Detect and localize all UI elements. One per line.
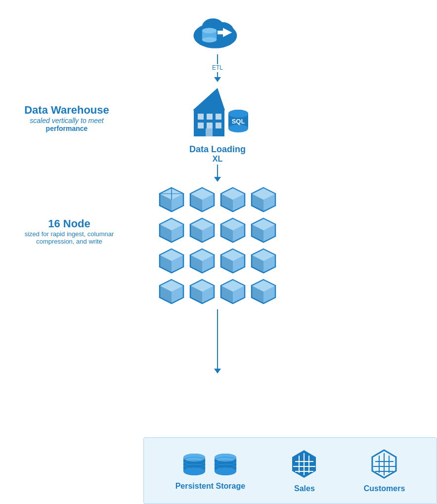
node-cube: [219, 186, 247, 213]
svg-rect-10: [218, 31, 226, 34]
svg-rect-18: [216, 123, 221, 128]
svg-rect-15: [216, 114, 221, 120]
node-line2: compression, and write: [36, 238, 102, 245]
diagram-container: Data Warehouse scaled vertically to meet…: [0, 0, 437, 504]
center-column: ETL SQL Data L: [138, 0, 297, 375]
etl-arrow-head: [214, 77, 221, 82]
sales-icon: [288, 448, 320, 480]
node-cube: [188, 186, 216, 213]
svg-point-23: [228, 110, 248, 118]
node-cube: [250, 186, 277, 213]
storage-arrow: [214, 309, 221, 374]
svg-rect-13: [198, 114, 204, 120]
svg-text:SQL: SQL: [232, 118, 245, 125]
node-subtitle: sized for rapid ingest, columnar compres…: [10, 230, 129, 245]
persistent-storage-item: Persistent Storage: [175, 451, 245, 491]
node-cube: [188, 216, 216, 244]
svg-rect-16: [198, 123, 204, 128]
storage-arrow-head: [214, 369, 221, 374]
etl-arrow: ETL: [212, 54, 223, 82]
customers-item: Customers: [364, 448, 405, 493]
disk-icon-2: [212, 451, 239, 478]
data-loading-xl: XL: [213, 155, 222, 164]
node-annotation: 16 Node sized for rapid ingest, columnar…: [10, 217, 129, 245]
persistent-storage-label: Persistent Storage: [175, 482, 245, 491]
etl-arrow-line: [217, 54, 218, 64]
node-cube: [250, 278, 277, 305]
node-cube: [158, 247, 185, 275]
svg-marker-11: [193, 88, 225, 110]
node-cube: [158, 278, 185, 305]
node-cube: [219, 278, 247, 305]
customers-icon: [368, 448, 400, 480]
warehouse-title: Data Warehouse: [10, 104, 124, 117]
svg-point-8: [202, 28, 217, 34]
node-cube: [158, 216, 185, 244]
node-cube: [188, 278, 216, 305]
svg-point-22: [228, 125, 248, 132]
node-cube: [250, 247, 277, 275]
cloud-db-icon: [190, 9, 245, 53]
sales-label: Sales: [294, 484, 315, 493]
etl-label: ETL: [212, 64, 223, 71]
warehouse-line2: performance: [46, 125, 88, 132]
warehouse-line1: scaled vertically to meet: [30, 117, 103, 125]
node-grid: [158, 186, 277, 305]
disk-icon-1: [181, 451, 208, 478]
node-cube: [158, 186, 185, 213]
warehouse-subtitle: scaled vertically to meet performance: [10, 117, 124, 132]
grid-arrow-head: [214, 177, 221, 182]
storage-arrow-line: [217, 309, 218, 369]
warehouse-annotation: Data Warehouse scaled vertically to meet…: [10, 104, 124, 132]
node-title: 16 Node: [10, 217, 129, 230]
data-loading-label: Data Loading: [189, 144, 246, 155]
node-line1: sized for rapid ingest, columnar: [25, 230, 114, 238]
persistent-storage-icons: [181, 451, 239, 478]
sales-item: Sales: [288, 448, 320, 493]
node-cube: [188, 247, 216, 275]
node-cube: [219, 216, 247, 244]
node-cube: [219, 247, 247, 275]
data-loading-icon: SQL: [183, 83, 252, 142]
svg-rect-14: [207, 114, 213, 120]
storage-area: Persistent Storage Sales: [143, 437, 437, 504]
grid-arrow-line: [217, 165, 218, 177]
customers-label: Customers: [364, 484, 405, 493]
grid-arrow: [214, 165, 221, 182]
svg-rect-17: [207, 123, 213, 128]
etl-arrow-line2: [217, 72, 218, 77]
svg-rect-19: [206, 128, 213, 136]
svg-point-7: [202, 37, 217, 42]
node-cube: [250, 216, 277, 244]
